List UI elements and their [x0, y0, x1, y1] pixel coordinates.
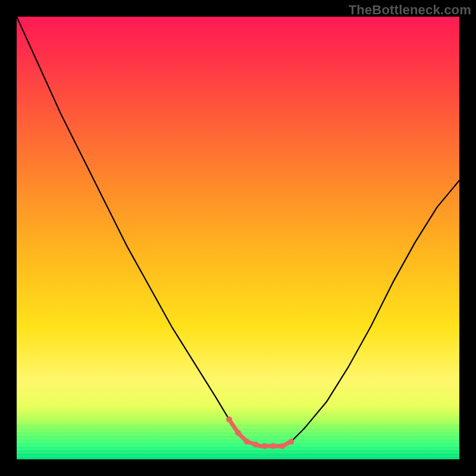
plot-area: [17, 17, 459, 459]
highlight-dot: [235, 430, 241, 436]
highlight-dot: [262, 443, 268, 449]
highlight-dot: [253, 441, 259, 447]
watermark-text: TheBottleneck.com: [349, 2, 471, 18]
chart-frame: TheBottleneck.com: [0, 0, 476, 476]
highlight-dot: [271, 443, 277, 449]
curve-svg: [17, 17, 459, 459]
highlight-dot: [226, 416, 232, 422]
highlight-dot: [288, 439, 294, 444]
bottleneck-curve: [17, 17, 459, 446]
highlight-dot: [279, 443, 285, 449]
highlight-dot: [244, 439, 250, 444]
